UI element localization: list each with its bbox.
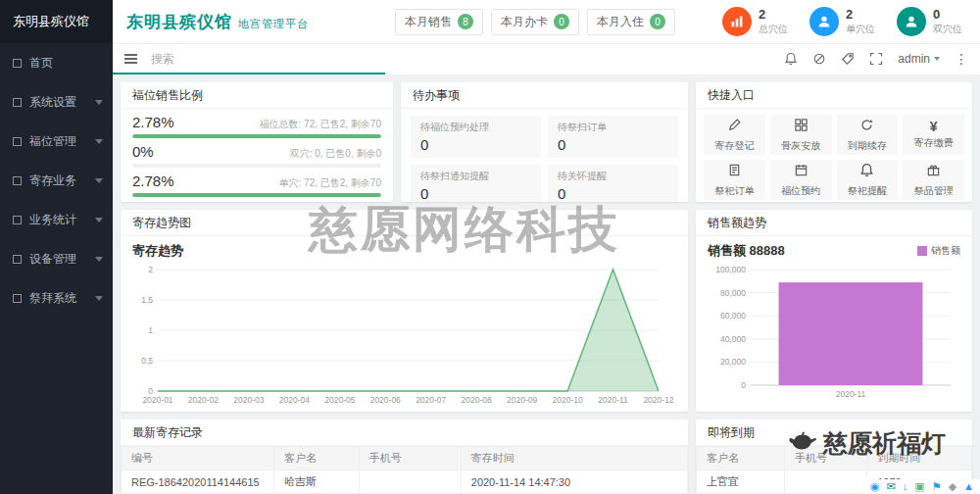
sales-trend-card: 销售额趋势 销售额 88888 销售额 020,00040,00060,0008… (696, 210, 972, 412)
counter-total-plots: 2 总穴位 (722, 7, 788, 36)
todo-sacrifice-notice[interactable]: 待祭扫通知提醒 0 (411, 165, 541, 202)
phone-cell (784, 470, 866, 494)
todo-sacrifice-order[interactable]: 待祭扫订单 0 (548, 116, 678, 158)
chart-legend[interactable]: 销售额 (917, 244, 960, 258)
ratio-description: 单穴: 72, 已售2, 剩余70 (279, 176, 381, 190)
sidebar-item-niche-management[interactable]: 福位管理 (0, 122, 113, 161)
pencil-icon (727, 118, 742, 136)
home-icon (13, 59, 22, 68)
column-header: 寄存时间 (461, 447, 687, 470)
sidebar-item-home[interactable]: 首页 (0, 43, 113, 82)
counter-text: 0 双穴位 (933, 7, 962, 36)
quick-entry-card: 快捷入口 寄存登记 骨灰安放 到期续存 (696, 82, 972, 202)
quick-sacrifice-reminder[interactable]: 祭祀提醒 (837, 160, 899, 200)
card-title: 即将到期 (696, 420, 972, 446)
sidebar-item-storage-business[interactable]: 寄存业务 (0, 161, 113, 200)
chart-bars-icon (722, 7, 752, 36)
quick-niche-reservation[interactable]: 福位预约 (770, 160, 832, 200)
svg-text:0.5: 0.5 (141, 356, 153, 366)
quick-renewal[interactable]: 到期续存 (837, 115, 899, 155)
person-icon (897, 7, 926, 36)
sidebar-item-business-statistics[interactable]: 业务统计 (0, 200, 113, 239)
toolbar: admin ⋮ (113, 43, 980, 73)
statistics-icon (13, 216, 22, 224)
browser-extension-icon[interactable]: ▲ (963, 481, 974, 492)
todo-label: 待关怀提醒 (558, 170, 668, 183)
quick-storage-register[interactable]: 寄存登记 (704, 115, 765, 155)
browser-extension-icon[interactable]: ◆ (949, 481, 956, 492)
quick-offering-management[interactable]: 祭品管理 (903, 160, 964, 200)
quick-storage-payment[interactable]: ¥ 寄存缴费 (903, 115, 964, 155)
svg-text:1.5: 1.5 (141, 295, 153, 305)
settings-icon (13, 98, 22, 107)
sidebar-item-system-settings[interactable]: 系统设置 (0, 82, 113, 122)
table-header-row: 编号 客户名 手机号 寄存时间 (122, 447, 688, 470)
storage-time-cell: 2020-11-14 14:47:30 (461, 470, 687, 494)
svg-text:2020-01: 2020-01 (142, 395, 172, 405)
monthly-checkin-button[interactable]: 本月入住 0 (587, 9, 675, 35)
todo-niche-reservation[interactable]: 待福位预约处理 0 (411, 116, 541, 158)
browser-extension-icon[interactable]: ◉ (870, 481, 880, 492)
browser-extension-icon[interactable]: ▣ (914, 481, 924, 492)
monthly-card-button[interactable]: 本月办卡 0 (491, 9, 579, 35)
brand-subtitle: 地宫管理平台 (238, 17, 309, 31)
card-title: 最新寄存记录 (121, 420, 688, 446)
todo-label: 待祭扫通知提醒 (420, 170, 531, 183)
column-header: 编号 (122, 447, 274, 470)
theme-tag-icon[interactable] (841, 52, 855, 66)
card-title: 销售额趋势 (696, 210, 972, 236)
quick-label: 寄存登记 (714, 139, 754, 153)
chevron-down-icon (95, 296, 103, 301)
order-icon (727, 163, 742, 181)
table-header-row: 客户名 手机号 到期时间 (697, 447, 972, 470)
monthly-stat-buttons: 本月销售 8 本月办卡 0 本月入住 0 (395, 9, 675, 35)
sidebar-item-label: 业务统计 (29, 212, 95, 228)
ratio-percent: 2.78% (132, 114, 174, 130)
quick-sacrifice-order[interactable]: 祭祀订单 (704, 160, 765, 200)
ratio-row: 2.78% 单穴: 72, 已售2, 剩余70 (132, 173, 381, 197)
record-id-cell: REG-18642020114144615 (122, 470, 274, 494)
search-input[interactable] (151, 52, 337, 66)
clear-cache-icon[interactable] (812, 52, 826, 66)
todo-value: 0 (558, 185, 668, 202)
more-menu-icon[interactable]: ⋮ (955, 52, 968, 66)
fullscreen-icon[interactable] (869, 52, 883, 66)
svg-text:1: 1 (148, 325, 153, 335)
column-header: 客户名 (274, 447, 360, 470)
progress-bar (132, 193, 381, 197)
monthly-sales-button[interactable]: 本月销售 8 (395, 9, 483, 35)
sidebar-item-label: 寄存业务 (29, 173, 95, 189)
counter-single-plots: 2 单穴位 (809, 7, 875, 36)
svg-text:2020-11: 2020-11 (836, 389, 866, 399)
todo-label: 待祭扫订单 (558, 121, 668, 134)
storage-icon (13, 176, 22, 185)
legend-label: 销售额 (931, 244, 960, 258)
sidebar-item-worship-system[interactable]: 祭拜系统 (0, 278, 113, 318)
sales-ratio-body: 2.78% 福位总数: 72, 已售2, 剩余70 0% 双穴: 0, 已售0,… (121, 109, 393, 197)
monthly-checkin-label: 本月入住 (597, 14, 644, 30)
device-icon (13, 255, 22, 264)
browser-extension-icon[interactable]: ✉ (887, 481, 896, 492)
todo-care-reminder[interactable]: 待关怀提醒 0 (548, 165, 678, 202)
svg-text:100,000: 100,000 (715, 265, 746, 274)
quick-label: 祭祀提醒 (848, 184, 887, 198)
browser-download-icon[interactable]: ↓ (903, 481, 908, 492)
dashboard-content: 福位销售比例 2.78% 福位总数: 72, 已售2, 剩余70 0% (113, 74, 980, 494)
browser-plugin-strip: ◉ ✉ ↓ ▣ ⚑ ◆ ▲ (864, 479, 980, 494)
refresh-icon (859, 118, 874, 136)
card-title: 快捷入口 (696, 82, 972, 109)
sidebar-item-device-management[interactable]: 设备管理 (0, 239, 113, 278)
card-title: 福位销售比例 (121, 82, 393, 109)
user-dropdown[interactable]: admin (898, 52, 940, 66)
browser-flag-icon[interactable]: ⚑ (932, 481, 942, 492)
notification-bell-icon[interactable] (784, 52, 798, 66)
hamburger-menu-icon[interactable] (124, 54, 137, 64)
grid-icon (794, 118, 808, 136)
sales-bar-chart: 020,00040,00060,00080,000100,0002020-11 (708, 262, 958, 401)
quick-ashes-placement[interactable]: 骨灰安放 (770, 115, 832, 155)
person-icon (809, 7, 839, 36)
calendar-icon (794, 163, 808, 181)
chevron-down-icon (95, 100, 103, 105)
latest-records-card: 最新寄存记录 编号 客户名 手机号 寄存时间 (121, 420, 688, 494)
counter-value: 2 (759, 7, 788, 23)
